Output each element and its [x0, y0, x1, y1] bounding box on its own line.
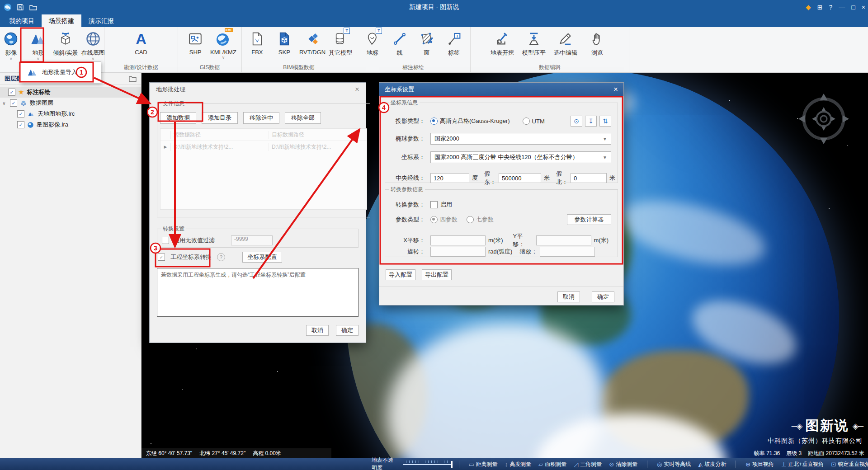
crs-hint-textarea[interactable]: 若数据采用工程坐标系生成，请勾选“工程坐标系转换”后配置 [157, 268, 359, 317]
project-view-button[interactable]: ⊕项目视角 [742, 458, 777, 470]
ribbon-item-fbx[interactable]: FBX [245, 29, 269, 62]
close-icon[interactable]: × [613, 85, 618, 94]
vip-gem-icon[interactable]: ◆ [806, 3, 811, 11]
triangle-measure-button[interactable]: ◿三角测量 [571, 458, 605, 470]
crs-picker-button[interactable]: ⊙ [571, 116, 582, 127]
layer-row-annotation[interactable]: ✓ ★ 标注标绘 [0, 87, 141, 98]
ribbon-item-kml[interactable]: KML KML/KMZ ∨ [210, 29, 236, 62]
slope-analysis-button[interactable]: ◭坡度分析 [695, 458, 729, 470]
cancel-button[interactable]: 取消 [557, 291, 580, 302]
ribbon-item-placemark[interactable]: T 地标 [360, 29, 385, 62]
maximize-button[interactable]: □ [851, 4, 855, 11]
close-button[interactable]: × [862, 4, 865, 11]
import-config-button[interactable]: 导入配置 [386, 269, 415, 280]
ribbon-item-label-tool[interactable]: T 标签 [442, 29, 466, 62]
utm-radio[interactable] [523, 118, 530, 125]
close-icon[interactable]: × [355, 85, 359, 94]
ribbon-item-shp[interactable]: SHP [183, 29, 208, 62]
ok-button[interactable]: 确定 [592, 291, 614, 302]
layer-row-data-group[interactable]: ∨ ✓ 数据图层 [0, 98, 141, 108]
x-shift-input[interactable] [430, 235, 486, 245]
ribbon-item-label: 在线底图 [81, 49, 105, 57]
realtime-contour-button[interactable]: ◎实时等高线 [654, 458, 694, 470]
placemark-pin-icon: T [365, 29, 380, 49]
ruler-icon: ▭ [469, 461, 474, 468]
ellipsoid-select[interactable]: 国家2000 ▼ [430, 133, 611, 145]
layer-row-imagery[interactable]: ✓ 星图影像.lra [0, 119, 141, 130]
file-path-table[interactable]: 源数据路径 目标数据路径 ▶ D:\图新地球技术支持\2... D:\图新地球技… [160, 128, 367, 210]
row-expander-icon[interactable]: ▶ [160, 145, 170, 149]
central-meridian-input[interactable] [430, 173, 469, 183]
cancel-button[interactable]: 取消 [306, 325, 329, 336]
help-icon[interactable]: ? [829, 4, 833, 11]
crs-select[interactable]: 国家2000 高斯三度分带 中央经线120（坐标不含分带） ▼ [430, 151, 611, 163]
clear-measure-button[interactable]: ⊘清除测量 [606, 458, 641, 470]
transform-param-label: 转换参数： [390, 201, 425, 209]
terrain-batch-import-menu-item[interactable]: 地形批量导入 [20, 61, 101, 83]
layer-row-terrain[interactable]: ✓ 天地图地形.lrc [0, 108, 141, 119]
add-directory-button[interactable]: 添加目录 [202, 112, 238, 124]
tab-scene-build[interactable]: 场景搭建 [42, 14, 81, 27]
scale-input[interactable] [540, 247, 595, 257]
project-crs-label: 工程坐标系转换 [170, 253, 212, 261]
ribbon-item-rvt[interactable]: RVT/DGN [299, 29, 326, 62]
checkbox-checked[interactable]: ✓ [8, 89, 15, 96]
north-vertical-view-button[interactable]: ⊥正北+垂直视角 [778, 458, 827, 470]
slider-handle[interactable] [451, 461, 453, 468]
param-calculator-button[interactable]: 参数计算器 [567, 214, 611, 225]
compass-navigation-control[interactable] [797, 92, 851, 146]
gauss-kruger-radio[interactable] [430, 118, 438, 125]
swap-params-button[interactable]: ⇅ [599, 116, 611, 127]
remove-selected-button[interactable]: 移除选中 [243, 112, 279, 124]
ribbon-item-excavation[interactable]: 地表开挖 [490, 29, 514, 62]
project-crs-checkbox[interactable]: ✓ [158, 254, 165, 261]
checkbox-checked[interactable]: ✓ [17, 110, 24, 118]
ribbon-item-cad[interactable]: A CAD [129, 29, 153, 62]
apps-grid-icon[interactable]: ⊞ [817, 4, 823, 11]
checkbox-checked[interactable]: ✓ [10, 99, 17, 107]
height-measure-button[interactable]: ↕高度测量 [502, 458, 535, 470]
ribbon-item-skp[interactable]: SKP [272, 29, 297, 62]
distance-measure-button[interactable]: ▭距离测量 [466, 458, 501, 470]
lock-vertical-view-button[interactable]: ⊡锁定垂直视角 [828, 458, 868, 470]
ok-button[interactable]: 确定 [336, 325, 359, 336]
expander-icon[interactable]: ∨ [1, 101, 7, 106]
ribbon-item-edit-selected[interactable]: 选中编辑 [553, 29, 578, 62]
minimize-button[interactable]: — [839, 4, 845, 11]
surface-opacity-slider[interactable] [403, 460, 453, 468]
transform-params-group: 转换参数信息 转换参数： ✓ 启用 参数类型： 四参数 七参数 参数计算器 X平… [385, 186, 618, 257]
help-icon[interactable]: ? [217, 253, 225, 261]
checkbox-checked[interactable]: ✓ [17, 121, 24, 128]
ribbon-item-line[interactable]: 线 [387, 29, 412, 62]
crs-config-button[interactable]: 坐标系配置 [242, 252, 282, 263]
invalid-filter-checkbox[interactable]: ✓ [162, 237, 169, 244]
y-shift-input[interactable] [536, 235, 591, 245]
area-measure-button[interactable]: ▱面积测量 [535, 458, 570, 470]
tab-presentation[interactable]: 演示汇报 [81, 14, 121, 27]
seven-param-radio[interactable] [467, 216, 474, 223]
chevron-down-icon: ▼ [603, 136, 607, 141]
ribbon-item-polygon[interactable]: 面 [415, 29, 439, 62]
rotation-input[interactable] [430, 247, 486, 257]
false-easting-input[interactable] [499, 173, 541, 183]
enable-checkbox[interactable]: ✓ [430, 201, 438, 208]
ribbon-item-browse[interactable]: 浏览 [585, 29, 609, 62]
tab-my-project[interactable]: 我的项目 [2, 14, 42, 27]
chevron-down-icon[interactable]: ∨ [222, 56, 225, 61]
add-data-button[interactable]: 添加数据 [160, 112, 196, 124]
slider-track[interactable] [403, 464, 453, 465]
invalid-value-field[interactable]: -9999 [231, 235, 273, 245]
open-folder-icon[interactable] [29, 3, 37, 11]
export-config-button[interactable]: 导出配置 [422, 269, 452, 280]
load-prj-file-button[interactable]: ↧ [585, 116, 597, 127]
save-icon[interactable] [16, 3, 24, 11]
ribbon-item-other-model[interactable]: T 其它模型 [328, 29, 353, 62]
chevron-down-icon[interactable]: ∨ [9, 57, 13, 62]
ribbon-item-flatten[interactable]: 模型压平 [522, 29, 546, 62]
folder-icon[interactable] [129, 75, 137, 82]
ribbon-group-label: 勘测/设计数据 [124, 62, 158, 72]
four-param-radio[interactable] [430, 216, 438, 223]
table-row[interactable]: ▶ D:\图新地球技术支持\2... D:\图新地球技术支持\2... [160, 141, 367, 153]
false-northing-input[interactable] [571, 173, 607, 183]
remove-all-button[interactable]: 移除全部 [285, 112, 321, 124]
